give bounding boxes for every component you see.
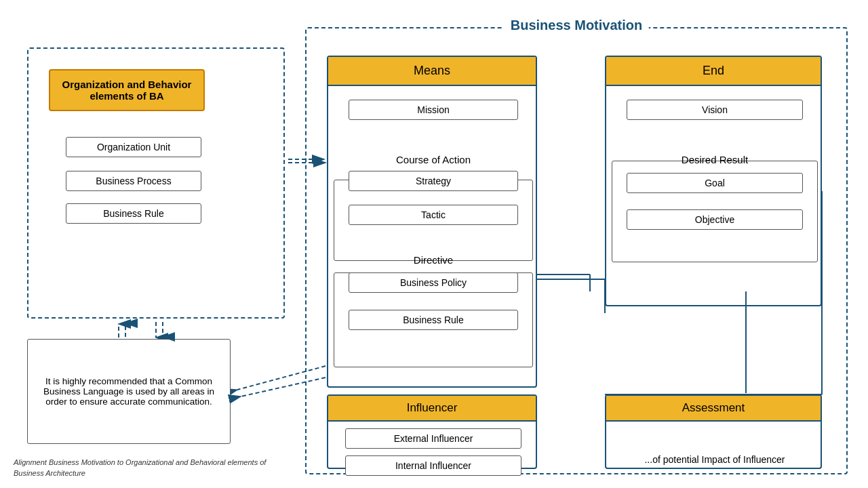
note-box: It is highly recommended that a Common B… (27, 339, 231, 444)
external-influencer-box: External Influencer (345, 428, 521, 449)
tactic-box: Tactic (349, 205, 518, 225)
means-header-label: Means (414, 64, 450, 77)
objective-box: Objective (627, 209, 803, 230)
end-header: End (606, 57, 821, 86)
means-inner: Mission Course of Action Strategy Tactic (328, 86, 536, 387)
bm-title: Business Motivation (504, 18, 649, 33)
influencer-box: Influencer External Influencer Internal … (327, 394, 537, 469)
note-text: It is highly recommended that a Common B… (37, 376, 220, 407)
end-header-label: End (703, 64, 724, 77)
assessment-box: Assessment ...of potential Impact of Inf… (605, 394, 822, 469)
mission-box: Mission (349, 100, 518, 120)
org-header: Organization and Behavior elements of BA (49, 69, 205, 111)
influencer-inner: External Influencer Internal Influencer (328, 422, 536, 465)
mission-label: Mission (417, 104, 449, 115)
strategy-box: Strategy (349, 171, 518, 191)
internal-influencer-label: Internal Influencer (395, 460, 471, 471)
org-process-label: Business Process (96, 176, 171, 186)
means-header: Means (328, 57, 536, 86)
strategy-label: Strategy (416, 176, 451, 186)
directive-text: Directive (414, 254, 453, 266)
vision-label: Vision (702, 104, 728, 115)
coa-label: Course of Action (328, 154, 538, 165)
vision-box: Vision (627, 100, 803, 120)
desired-result-text: Desired Result (682, 154, 748, 165)
goal-box: Goal (627, 173, 803, 193)
end-box: End Vision Desired Result Goal (605, 56, 822, 306)
means-box: Means Mission Course of Action Strategy (327, 56, 537, 388)
assessment-header-label: Assessment (682, 401, 745, 414)
biz-policy-label: Business Policy (400, 277, 467, 288)
assessment-text-label: ...of potential Impact of Influencer (644, 454, 785, 465)
tactic-label: Tactic (421, 209, 446, 220)
org-unit-label: Organization Unit (97, 142, 170, 152)
coa-text: Course of Action (396, 154, 471, 165)
influencer-header: Influencer (328, 396, 536, 422)
assessment-text: ...of potential Impact of Influencer (606, 454, 823, 465)
diagram-container: Organization and Behavior elements of BA… (7, 7, 861, 481)
org-process-box: Business Process (66, 171, 201, 191)
assessment-inner: ...of potential Impact of Influencer (606, 422, 821, 465)
end-inner: Vision Desired Result Goal Objective (606, 86, 821, 306)
external-influencer-label: External Influencer (394, 433, 473, 444)
desired-result-label: Desired Result (606, 154, 823, 165)
org-rule-box: Business Rule (66, 203, 201, 224)
footer-line2: Business Architecture (14, 469, 85, 477)
objective-label: Objective (695, 214, 734, 225)
org-rule-label: Business Rule (103, 208, 164, 219)
biz-policy-box: Business Policy (349, 272, 518, 293)
org-outer-box: Organization and Behavior elements of BA… (27, 47, 285, 319)
goal-label: Goal (705, 178, 725, 188)
means-biz-rule-box: Business Rule (349, 310, 518, 330)
footer-line1: Alignment Business Motivation to Organiz… (14, 458, 266, 466)
influencer-header-label: Influencer (407, 401, 458, 414)
means-biz-rule-label: Business Rule (403, 314, 464, 325)
internal-influencer-box: Internal Influencer (345, 455, 521, 476)
org-unit-box: Organization Unit (66, 137, 201, 157)
directive-label: Directive (328, 254, 538, 266)
org-header-label: Organization and Behavior elements of BA (62, 79, 192, 102)
assessment-header: Assessment (606, 396, 821, 422)
footer-text: Alignment Business Motivation to Organiz… (14, 458, 266, 479)
business-motivation-outer: Business Motivation Means Mission Course… (305, 27, 848, 474)
